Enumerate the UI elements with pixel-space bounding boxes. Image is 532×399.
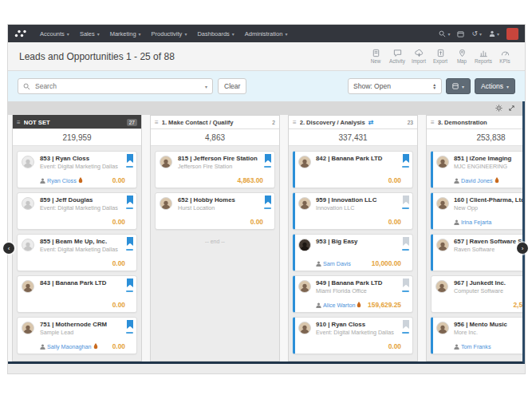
kanban-card[interactable]: 851 | iZone ImagingMJC ENGINEERINGDavid … — [431, 151, 522, 188]
column-header[interactable]: ≡2. Discovery / Analysis⇄23 — [289, 115, 417, 129]
column-count-badge: 2 — [272, 120, 275, 125]
reports-button[interactable]: Reports — [475, 49, 492, 64]
card-title: 842 | Banana Park LTD — [316, 155, 401, 162]
nav-menu-sales[interactable]: Sales▾ — [80, 30, 100, 38]
contact-link[interactable]: Ryan Closs — [40, 177, 83, 184]
kanban-card[interactable]: 859 | Jeff DouglasEvent: Digital Marketi… — [17, 192, 137, 230]
contact-link[interactable]: Sally Maonaghan — [40, 343, 98, 350]
nav-menu-marketing[interactable]: Marketing▾ — [110, 30, 141, 38]
grip-icon: ≡ — [431, 119, 435, 126]
avatar — [436, 322, 449, 334]
contact-link[interactable]: Tom Franks — [454, 343, 491, 350]
export-button[interactable]: Export — [432, 49, 449, 64]
flame-icon — [93, 343, 98, 350]
card-menu-icon[interactable] — [402, 207, 409, 209]
kpis-button[interactable]: KPIs — [496, 49, 514, 64]
logout-button[interactable] — [506, 28, 518, 40]
column-header[interactable]: ≡NOT SET27 — [13, 115, 141, 129]
kanban-card[interactable]: 953 | Big EasySam Davis10,000.00 — [293, 234, 413, 271]
activity-button[interactable]: Activity — [388, 49, 406, 64]
kanban-card[interactable]: 855 | Beam Me Up, Inc.Event: Digital Mar… — [17, 234, 137, 271]
kanban-card[interactable]: 842 | Banana Park LTD0.00 — [293, 151, 413, 188]
global-search-icon[interactable]: ▾ — [439, 30, 450, 38]
clear-button[interactable]: Clear — [218, 78, 246, 94]
card-menu-icon[interactable] — [402, 166, 409, 168]
bookmark-icon[interactable] — [403, 196, 409, 204]
layout-toggle-button[interactable]: ▾ — [446, 78, 471, 94]
kanban-card[interactable]: 657 | Raven Software Solutions IncRaven … — [431, 234, 522, 271]
bookmark-icon[interactable] — [403, 320, 409, 329]
calendar-icon[interactable] — [457, 30, 464, 38]
kanban-card[interactable]: 967 | Junkedt Inc.Computer Software2,500… — [431, 275, 522, 313]
avatar-silhouette-icon — [23, 242, 33, 251]
kanban-card[interactable]: 956 | Mento MusicMore Inc.Tom Franks0.00 — [431, 317, 522, 354]
kanban-card[interactable]: 815 | Jefferson Fire StationJefferson Fi… — [155, 151, 275, 188]
scroll-left-button[interactable]: ‹ — [3, 243, 14, 254]
kanban-column: ≡NOT SET27219,959853 | Ryan ClossEvent: … — [12, 115, 142, 361]
bookmark-icon[interactable] — [127, 320, 133, 329]
column-sort-icon[interactable]: ⇄ — [368, 119, 374, 126]
history-icon[interactable]: ↺▾ — [471, 30, 482, 38]
nav-menu-administration[interactable]: Administration▾ — [245, 30, 288, 38]
bookmark-icon[interactable] — [403, 154, 409, 163]
kanban-card[interactable]: 843 | Banana Park LTD0.00 — [17, 275, 137, 313]
card-menu-icon[interactable] — [402, 249, 409, 251]
search-input[interactable] — [35, 82, 200, 90]
contact-link[interactable]: David Jones — [454, 177, 499, 184]
column-count-badge: 27 — [127, 119, 137, 126]
chevron-down-icon: ▾ — [479, 31, 482, 37]
card-menu-icon[interactable] — [126, 290, 133, 292]
avatar-silhouette-icon — [161, 200, 171, 209]
contact-link[interactable]: Alice Warton — [316, 302, 361, 309]
bookmark-icon[interactable] — [127, 237, 133, 246]
bookmark-icon[interactable] — [403, 237, 409, 246]
kanban-card[interactable]: 751 | Mothernode CRMSample LeadSally Mao… — [17, 317, 137, 354]
actions-button[interactable]: Actions ▾ — [475, 78, 515, 94]
bookmark-icon[interactable] — [265, 154, 271, 163]
card-menu-icon[interactable] — [402, 290, 409, 292]
card-menu-icon[interactable] — [264, 207, 271, 209]
bookmark-icon[interactable] — [127, 196, 133, 204]
expand-icon[interactable] — [508, 105, 515, 112]
column-header[interactable]: ≡1. Make Contact / Qualify2 — [151, 115, 279, 129]
avatar — [435, 280, 448, 293]
contact-name: Tom Franks — [461, 343, 491, 350]
search-box[interactable]: ▾ — [18, 78, 213, 94]
user-icon[interactable]: ▾ — [489, 30, 499, 37]
gear-icon[interactable] — [495, 105, 502, 112]
bookmark-icon[interactable] — [127, 154, 133, 163]
contact-link[interactable]: Sam Davis — [316, 260, 351, 267]
column-total: 337,431 — [289, 129, 417, 146]
card-menu-icon[interactable] — [126, 207, 133, 209]
import-button[interactable]: Import — [410, 49, 428, 64]
kanban-card[interactable]: 853 | Ryan ClossEvent: Digital Marketing… — [17, 151, 137, 188]
nav-menu-accounts[interactable]: Accounts▾ — [40, 30, 69, 38]
new-button[interactable]: New — [367, 49, 384, 64]
card-menu-icon[interactable] — [126, 249, 133, 251]
bookmark-icon[interactable] — [403, 279, 409, 287]
card-subtitle: Event: Digital Marketing Dallas — [40, 163, 125, 170]
nav-menu-dashboards[interactable]: Dashboards▾ — [197, 30, 234, 38]
chevron-down-icon: ▾ — [67, 31, 69, 37]
kanban-card[interactable]: 949 | Banana Park LTDMiami Florida Offic… — [293, 275, 413, 313]
map-button[interactable]: Map — [453, 49, 471, 64]
kanban-card[interactable]: 959 | Innovation LLCInnovation LLC0.00 — [293, 192, 413, 230]
nav-menu-productivity[interactable]: Productivity▾ — [152, 30, 187, 38]
bookmark-icon[interactable] — [127, 279, 133, 287]
scroll-right-button[interactable]: › — [517, 243, 528, 254]
show-filter-select[interactable]: Show: Open ▲▼ — [348, 78, 442, 94]
column-header[interactable]: ≡3. Demonstration — [427, 115, 522, 129]
card-view-icon — [452, 83, 459, 89]
avatar-silhouette-icon — [161, 159, 171, 168]
card-menu-icon[interactable] — [402, 332, 409, 334]
card-menu-icon[interactable] — [264, 166, 271, 168]
card-menu-icon[interactable] — [126, 332, 133, 334]
contact-link[interactable]: Irina Fejarta — [454, 219, 491, 226]
kanban-card[interactable]: 652 | Hobby HomesHurst Location0.00 — [155, 192, 275, 230]
card-title: 910 | Ryan Closs — [316, 321, 401, 328]
bookmark-icon[interactable] — [265, 196, 271, 204]
kanban-card[interactable]: 910 | Ryan ClossEvent: Digital Marketing… — [293, 317, 413, 354]
kanban-card[interactable]: 160 | Client-Pharma, Ltd.New OppIrina Fe… — [431, 192, 522, 230]
app-logo-icon[interactable] — [14, 28, 32, 39]
card-menu-icon[interactable] — [126, 166, 133, 168]
